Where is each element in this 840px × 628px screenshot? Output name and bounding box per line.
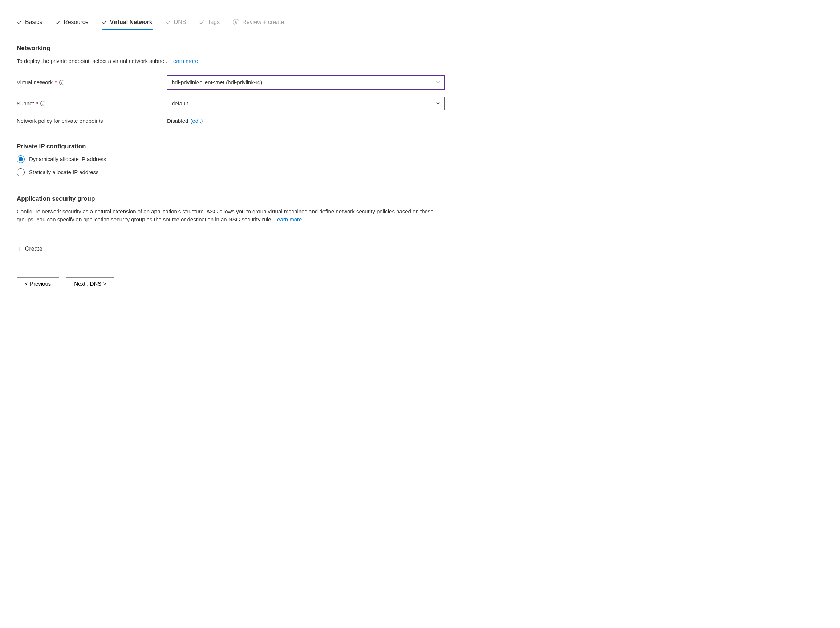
- tab-label: Review + create: [242, 19, 284, 25]
- networking-heading: Networking: [17, 45, 445, 52]
- tab-review-create[interactable]: 6 Review + create: [233, 19, 284, 30]
- virtual-network-label: Virtual network * i: [17, 79, 167, 85]
- info-icon[interactable]: i: [59, 80, 64, 85]
- ip-config-radio-group: Dynamically allocate IP address Statical…: [17, 155, 445, 176]
- check-icon: [199, 20, 204, 25]
- check-icon: [17, 20, 22, 25]
- info-icon[interactable]: i: [40, 101, 46, 106]
- tab-label: DNS: [174, 19, 186, 25]
- tab-resource[interactable]: Resource: [55, 19, 88, 30]
- wizard-footer: < Previous Next : DNS >: [0, 269, 461, 298]
- radio-label: Statically allocate IP address: [29, 169, 99, 175]
- chevron-down-icon: [436, 100, 441, 106]
- learn-more-link[interactable]: Learn more: [171, 58, 198, 64]
- radio-dynamic-ip[interactable]: Dynamically allocate IP address: [17, 155, 445, 163]
- select-value: hdi-privlink-client-vnet (hdi-privlink-r…: [172, 79, 262, 85]
- subnet-select[interactable]: default: [167, 96, 445, 111]
- create-label: Create: [25, 246, 43, 252]
- learn-more-link[interactable]: Learn more: [274, 216, 302, 222]
- description-text: Configure network security as a natural …: [17, 208, 434, 223]
- radio-icon: [17, 155, 25, 163]
- step-number-icon: 6: [233, 19, 239, 25]
- plus-icon: +: [17, 245, 21, 253]
- subnet-label: Subnet * i: [17, 100, 167, 106]
- network-policy-value: Disabled: [167, 118, 188, 124]
- radio-icon: [17, 168, 25, 176]
- edit-policy-link[interactable]: (edit): [190, 118, 203, 124]
- tab-label: Resource: [63, 19, 88, 25]
- wizard-tabs: Basics Resource Virtual Network DNS Tags: [17, 19, 445, 30]
- ip-config-heading: Private IP configuration: [17, 143, 445, 150]
- virtual-network-select[interactable]: hdi-privlink-client-vnet (hdi-privlink-r…: [167, 76, 445, 89]
- required-indicator: *: [55, 79, 57, 85]
- next-button[interactable]: Next : DNS >: [66, 277, 114, 290]
- radio-static-ip[interactable]: Statically allocate IP address: [17, 168, 445, 176]
- check-icon: [166, 20, 171, 25]
- asg-description: Configure network security as a natural …: [17, 207, 445, 224]
- check-icon: [102, 20, 107, 25]
- tab-dns[interactable]: DNS: [166, 19, 186, 30]
- create-asg-button[interactable]: + Create: [17, 245, 43, 253]
- tab-virtual-network[interactable]: Virtual Network: [102, 19, 153, 30]
- network-policy-label: Network policy for private endpoints: [17, 118, 167, 124]
- check-icon: [55, 20, 61, 25]
- networking-description: To deploy the private endpoint, select a…: [17, 57, 445, 65]
- tab-basics[interactable]: Basics: [17, 19, 42, 30]
- tab-label: Basics: [25, 19, 42, 25]
- tab-label: Tags: [207, 19, 220, 25]
- tab-tags[interactable]: Tags: [199, 19, 220, 30]
- label-text: Subnet: [17, 100, 34, 106]
- description-text: To deploy the private endpoint, select a…: [17, 58, 167, 64]
- select-value: default: [172, 100, 188, 106]
- tab-label: Virtual Network: [110, 19, 153, 25]
- required-indicator: *: [36, 100, 38, 106]
- radio-label: Dynamically allocate IP address: [29, 156, 106, 162]
- label-text: Virtual network: [17, 79, 53, 85]
- chevron-down-icon: [436, 79, 441, 85]
- asg-heading: Application security group: [17, 195, 445, 202]
- previous-button[interactable]: < Previous: [17, 277, 59, 290]
